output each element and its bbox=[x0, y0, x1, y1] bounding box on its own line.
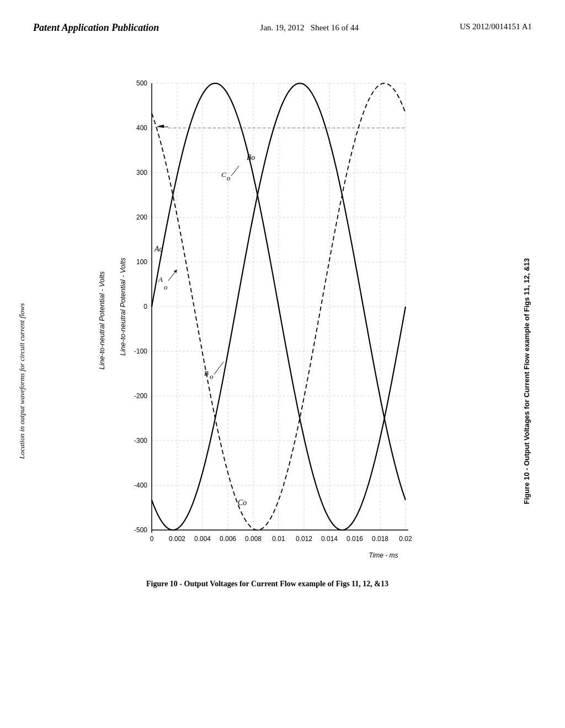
svg-text:0.016: 0.016 bbox=[346, 535, 363, 543]
label-co: C bbox=[221, 170, 226, 179]
figure-caption-right-container: Figure 10 - Output Voltages for Current … bbox=[496, 56, 557, 706]
svg-text:-100: -100 bbox=[134, 347, 147, 355]
patent-number: US 2012/0014151 A1 bbox=[460, 22, 532, 31]
svg-line-49 bbox=[214, 362, 223, 374]
chart-area: .grid-line { stroke: #aaa; stroke-width:… bbox=[39, 56, 496, 706]
svg-text:Line-to-neutral Potential - Vo: Line-to-neutral Potential - Volts bbox=[119, 258, 127, 356]
svg-text:Ao: Ao bbox=[154, 245, 163, 253]
svg-text:Time - ms: Time - ms bbox=[369, 552, 398, 559]
header-date-sheet: Jan. 19, 2012 Sheet 16 of 44 bbox=[260, 22, 359, 34]
main-content: Location in output waveforms for circuit… bbox=[0, 45, 565, 718]
svg-text:-200: -200 bbox=[134, 392, 147, 400]
svg-text:0.008: 0.008 bbox=[244, 535, 261, 543]
chart-wrapper: .grid-line { stroke: #aaa; stroke-width:… bbox=[113, 67, 422, 574]
publication-title: Patent Application Publication bbox=[33, 22, 159, 34]
figure-caption-vertical: Figure 10 - Output Voltages for Current … bbox=[523, 258, 531, 504]
y-axis-label: Line-to-neutral Potential - Volts bbox=[97, 271, 105, 370]
svg-text:-400: -400 bbox=[134, 481, 147, 489]
svg-text:-500: -500 bbox=[134, 526, 147, 534]
svg-text:0.014: 0.014 bbox=[321, 535, 337, 543]
svg-text:Co: Co bbox=[238, 499, 247, 507]
svg-text:Bo: Bo bbox=[247, 153, 255, 162]
publication-date: Jan. 19, 2012 bbox=[260, 23, 305, 32]
svg-text:0.018: 0.018 bbox=[371, 535, 388, 543]
sheet-number: Sheet 16 of 44 bbox=[311, 23, 359, 32]
figure-caption: Figure 10 - Output Voltages for Current … bbox=[113, 580, 422, 588]
location-label: Location in output waveforms for circuit… bbox=[18, 303, 26, 459]
svg-text:0.012: 0.012 bbox=[295, 535, 312, 543]
svg-marker-53 bbox=[157, 125, 164, 128]
svg-text:400: 400 bbox=[136, 124, 147, 132]
svg-line-51 bbox=[231, 166, 239, 176]
svg-text:300: 300 bbox=[136, 169, 147, 176]
label-ao: A bbox=[158, 275, 163, 283]
svg-text:o: o bbox=[227, 174, 231, 182]
location-label-container: Location in output waveforms for circuit… bbox=[6, 56, 39, 706]
svg-text:0.004: 0.004 bbox=[194, 535, 210, 543]
svg-text:0.002: 0.002 bbox=[168, 535, 185, 543]
page-header: Patent Application Publication Jan. 19, … bbox=[0, 0, 565, 45]
svg-line-47 bbox=[168, 271, 176, 281]
svg-text:-300: -300 bbox=[134, 437, 147, 445]
svg-text:o: o bbox=[210, 372, 214, 381]
svg-text:500: 500 bbox=[136, 79, 147, 87]
svg-text:0: 0 bbox=[143, 303, 147, 311]
svg-text:0.02: 0.02 bbox=[399, 535, 412, 543]
svg-text:0.01: 0.01 bbox=[272, 535, 285, 543]
svg-text:100: 100 bbox=[136, 258, 147, 266]
svg-text:0: 0 bbox=[150, 535, 153, 543]
svg-text:o: o bbox=[164, 283, 168, 291]
chart-svg: .grid-line { stroke: #aaa; stroke-width:… bbox=[113, 67, 422, 574]
svg-text:0.006: 0.006 bbox=[219, 535, 236, 543]
svg-text:200: 200 bbox=[136, 213, 147, 221]
